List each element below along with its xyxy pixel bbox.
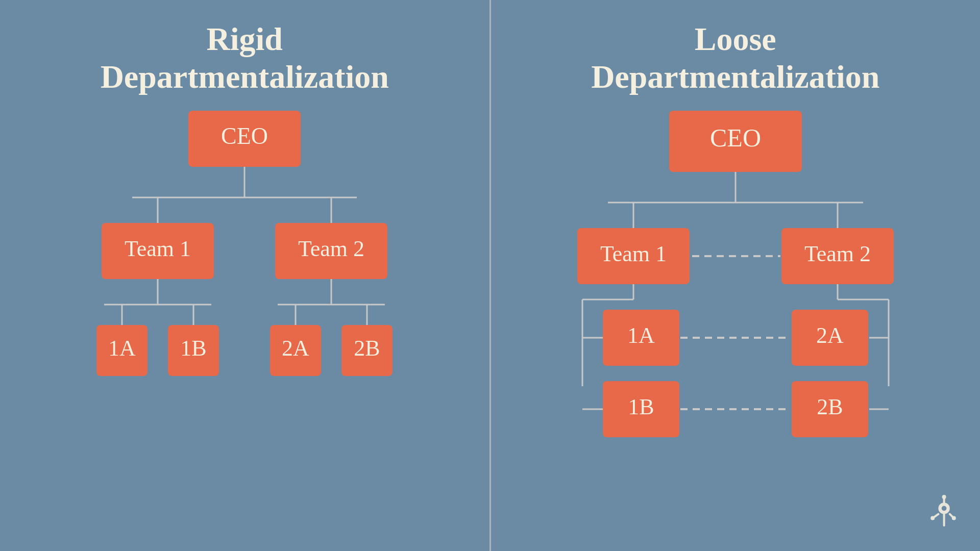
rigid-team2-label: Team 2 — [298, 236, 364, 261]
rigid-1a-label: 1A — [108, 336, 136, 361]
loose-2a-label: 2A — [816, 323, 844, 348]
loose-team1-label: Team 1 — [600, 241, 667, 266]
rigid-org-chart: CEO Team 1 Team 2 1A 1B — [76, 111, 413, 381]
loose-title-line1: Loose — [695, 21, 776, 57]
loose-ceo-label: CEO — [710, 123, 761, 152]
svg-point-44 — [942, 506, 947, 511]
rigid-title-line2: Departmentalization — [101, 59, 389, 95]
loose-title-line2: Departmentalization — [591, 59, 879, 95]
loose-1b-label: 1B — [628, 394, 654, 419]
rigid-ceo-label: CEO — [221, 123, 268, 149]
loose-panel: Loose Departmentalization CEO Team 1 Tea… — [491, 0, 981, 551]
svg-point-46 — [942, 495, 946, 499]
svg-line-49 — [933, 514, 938, 518]
rigid-title-line1: Rigid — [207, 21, 283, 57]
loose-org-chart: CEO Team 1 Team 2 1A 1B — [557, 111, 914, 407]
loose-title: Loose Departmentalization — [591, 20, 879, 95]
loose-2b-label: 2B — [817, 394, 843, 419]
loose-1a-label: 1A — [627, 323, 655, 348]
hubspot-logo — [919, 493, 960, 536]
rigid-panel: Rigid Departmentalization CEO Team 1 Tea… — [0, 0, 489, 551]
rigid-team1-label: Team 1 — [125, 236, 191, 261]
svg-point-51 — [952, 516, 956, 520]
rigid-1b-label: 1B — [181, 336, 207, 361]
rigid-2b-label: 2B — [354, 336, 380, 361]
rigid-2a-label: 2A — [282, 336, 309, 361]
loose-team2-label: Team 2 — [804, 241, 871, 266]
rigid-title: Rigid Departmentalization — [101, 20, 389, 95]
